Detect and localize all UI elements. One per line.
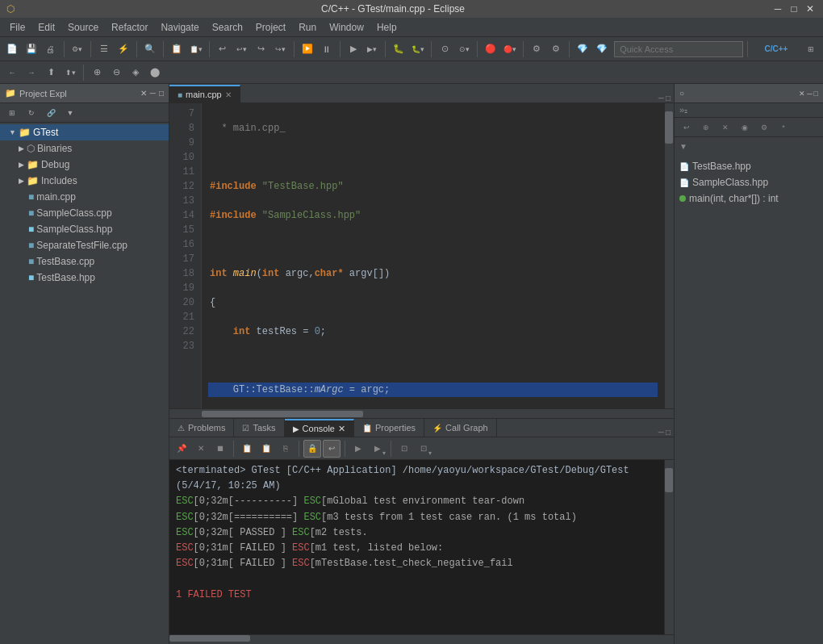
console-tb-10[interactable]: ⊡ xyxy=(395,440,413,458)
tb2-btn-2[interactable]: → xyxy=(23,64,40,82)
rt-tb-1[interactable]: ↩ xyxy=(678,119,696,136)
tb-btn-26[interactable]: 💎 xyxy=(593,40,611,58)
menu-run[interactable]: Run xyxy=(292,20,323,35)
tb-btn-17[interactable]: 🐛 xyxy=(390,40,407,58)
console-tb-6[interactable]: ⎘ xyxy=(277,440,295,458)
right-panel-close[interactable]: ✕ xyxy=(799,90,805,98)
right-tree-testbase-hpp[interactable]: 📄 TestBase.hpp xyxy=(679,158,818,174)
console-tb-stop[interactable]: ⏹ xyxy=(211,440,229,458)
tab-main-cpp[interactable]: ■ main.cpp ✕ xyxy=(169,85,240,102)
tb-btn-9[interactable]: ↩ xyxy=(214,40,232,58)
tree-item-testbase-cpp[interactable]: ■ TestBase.cpp xyxy=(0,253,169,270)
tb-btn-14[interactable]: ⏸ xyxy=(318,40,336,58)
tree-item-sampleclass-hpp[interactable]: ■ SampleClass.hpp xyxy=(0,221,169,237)
tb2-btn-8[interactable]: ⬤ xyxy=(146,64,164,82)
tree-item-debug[interactable]: ▶ 📁 Debug xyxy=(0,157,169,173)
pe-min-icon[interactable]: ─ xyxy=(150,89,156,98)
right-tab-1[interactable]: »₂ xyxy=(675,103,692,117)
tb2-btn-3[interactable]: ⬆ xyxy=(42,64,60,82)
tb-btn-11[interactable]: ↪ xyxy=(253,40,270,58)
editor-vscroll[interactable] xyxy=(664,103,674,408)
tab-max-btn[interactable]: □ xyxy=(666,94,671,102)
console-tb-4[interactable]: 📋 xyxy=(238,440,256,458)
tb-btn-6[interactable]: ⚡ xyxy=(115,40,132,58)
console-min-btn[interactable]: ─ xyxy=(658,428,664,437)
tb2-btn-1[interactable]: ← xyxy=(3,64,21,82)
console-vscroll[interactable] xyxy=(664,460,674,634)
menu-project[interactable]: Project xyxy=(249,20,292,35)
tab-tasks[interactable]: ☑ Tasks xyxy=(234,419,284,437)
console-tb-scroll-lock[interactable]: 🔒 xyxy=(303,440,321,458)
quick-access-input[interactable] xyxy=(614,41,743,57)
rt-tb-3[interactable]: ✕ xyxy=(716,119,734,136)
minimize-button[interactable]: ─ xyxy=(771,3,784,15)
rt-tb-2[interactable]: ⊕ xyxy=(697,119,715,136)
pe-tb-1[interactable]: ⊞ xyxy=(3,104,21,122)
tb-btn-20[interactable]: ⊙▾ xyxy=(455,40,473,58)
tab-callgraph[interactable]: ⚡ Call Graph xyxy=(424,419,497,437)
tb-btn-24[interactable]: ⚙ xyxy=(547,40,565,58)
right-tree-main-method[interactable]: main(int, char*[]) : int xyxy=(679,190,818,207)
console-hscroll[interactable] xyxy=(169,634,674,644)
rt-tb-6[interactable]: * xyxy=(775,119,792,136)
tb-btn-2[interactable]: 💾 xyxy=(23,40,40,58)
right-panel-min[interactable]: ─ xyxy=(807,90,812,98)
perspective-open-btn[interactable]: ⊞ xyxy=(802,40,820,58)
tb-btn-21[interactable]: 🔴 xyxy=(482,40,499,58)
tab-console-close[interactable]: ✕ xyxy=(338,424,345,434)
tree-item-gtest[interactable]: ▼ 📁 GTest xyxy=(0,124,169,140)
console-max-btn[interactable]: □ xyxy=(666,428,671,437)
console-tb-clear[interactable]: ✕ xyxy=(192,440,210,458)
console-tb-11[interactable]: ⊡▾ xyxy=(415,440,432,458)
tb-btn-3[interactable]: 🖨 xyxy=(42,40,60,58)
rt-tb-4[interactable]: ◉ xyxy=(736,119,754,136)
tb2-btn-6[interactable]: ⊖ xyxy=(107,64,125,82)
rt-tb-5[interactable]: ⚙ xyxy=(755,119,773,136)
right-tree-sampleclass-hpp[interactable]: 📄 SampleClass.hpp xyxy=(679,174,818,190)
code-editor[interactable]: 7 8 9 10 11 12 13 14 15 16 17 18 19 20 xyxy=(169,103,664,408)
pe-close-icon[interactable]: ✕ xyxy=(140,89,147,98)
menu-edit[interactable]: Edit xyxy=(31,20,61,35)
tb2-btn-7[interactable]: ◈ xyxy=(127,64,144,82)
menu-refactor[interactable]: Refactor xyxy=(105,20,154,35)
tree-item-includes[interactable]: ▶ 📁 Includes xyxy=(0,173,169,189)
tb-btn-25[interactable]: 💎 xyxy=(574,40,591,58)
chevron-down-icon-right[interactable]: ▼ xyxy=(679,142,687,151)
tb-btn-4[interactable]: ⚙▾ xyxy=(69,40,86,58)
tb-btn-8[interactable]: 📋▾ xyxy=(187,40,205,58)
tab-properties[interactable]: 📋 Properties xyxy=(354,419,424,437)
maximize-button[interactable]: □ xyxy=(787,3,800,15)
menu-navigate[interactable]: Navigate xyxy=(154,20,205,35)
tree-item-binaries[interactable]: ▶ ⬡ Binaries xyxy=(0,140,169,157)
tree-item-main-cpp[interactable]: ■ main.cpp xyxy=(0,189,169,205)
tb-btn-5[interactable]: ☰ xyxy=(95,40,113,58)
tree-item-testbase-hpp[interactable]: ■ TestBase.hpp xyxy=(0,270,169,286)
pe-tb-link[interactable]: 🔗 xyxy=(42,104,60,122)
menu-source[interactable]: Source xyxy=(61,20,105,35)
tb2-btn-4[interactable]: ⬆▾ xyxy=(61,64,79,82)
tb-btn-22[interactable]: 🔴▾ xyxy=(501,40,519,58)
menu-window[interactable]: Window xyxy=(323,20,370,35)
console-tb-wrap[interactable]: ↩ xyxy=(323,440,340,458)
console-tb-9[interactable]: ▶▾ xyxy=(369,440,386,458)
perspective-c-btn[interactable]: C/C++ xyxy=(752,40,800,58)
tb-btn-7[interactable]: 📋 xyxy=(168,40,186,58)
editor-hscroll[interactable] xyxy=(169,408,674,418)
pe-tb-2[interactable]: ↻ xyxy=(23,104,40,122)
tb-btn-search[interactable]: 🔍 xyxy=(141,40,159,58)
console-tb-pin[interactable]: 📌 xyxy=(173,440,190,458)
tree-item-separatetestfile-cpp[interactable]: ■ SeparateTestFile.cpp xyxy=(0,237,169,253)
right-panel-max[interactable]: □ xyxy=(814,90,818,98)
tab-problems[interactable]: ⚠ Problems xyxy=(169,419,234,437)
tab-main-cpp-close[interactable]: ✕ xyxy=(225,90,232,99)
new-button[interactable]: 📄 xyxy=(3,40,21,58)
console-output[interactable]: <terminated> GTest [C/C++ Application] /… xyxy=(169,460,664,634)
tb-btn-12[interactable]: ↪▾ xyxy=(272,40,290,58)
console-tb-8[interactable]: ▶ xyxy=(349,440,367,458)
tab-console[interactable]: ▶ Console ✕ xyxy=(285,419,354,437)
tb-btn-19[interactable]: ⊙ xyxy=(436,40,453,58)
menu-search[interactable]: Search xyxy=(206,20,249,35)
tb-btn-15[interactable]: ▶ xyxy=(345,40,362,58)
tb-btn-13[interactable]: ▶️ xyxy=(299,40,316,58)
tb-btn-16[interactable]: ▶▾ xyxy=(364,40,382,58)
